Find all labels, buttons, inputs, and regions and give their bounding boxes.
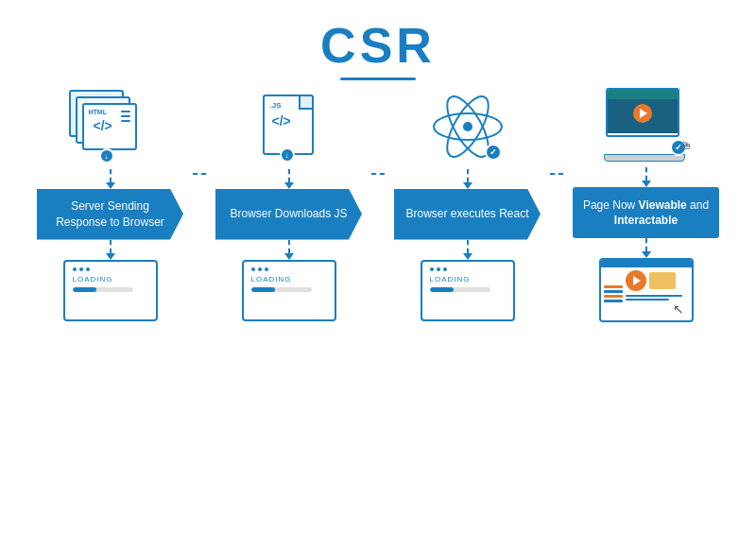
step4-arrow-down xyxy=(642,167,651,187)
dot2 xyxy=(79,267,83,271)
step1-screen: LOADING xyxy=(63,260,158,321)
dot1 xyxy=(73,267,77,271)
dot1 xyxy=(430,267,434,271)
dot2 xyxy=(258,267,262,271)
dot1 xyxy=(251,267,255,271)
step1-box: Server Sending Response to Browser xyxy=(37,189,183,240)
step4-sidebar xyxy=(604,270,623,318)
step1-load-bar xyxy=(73,287,97,292)
step3-screen: LOADING xyxy=(421,260,515,321)
step4-box: Page Now Viewable and Interactable xyxy=(573,187,719,238)
step-2: .JS </> ↓ Browser Downloads JS xyxy=(206,84,371,321)
dot3 xyxy=(86,267,90,271)
step2-load-bar-bg xyxy=(251,287,312,292)
step4-icon: ✓ 🖱 xyxy=(594,82,698,167)
connector1 xyxy=(193,173,206,232)
cursor-icon: ↖ xyxy=(673,301,684,317)
sidebar-line-1 xyxy=(604,285,623,288)
step2-arrow-down2 xyxy=(284,240,294,260)
dot3 xyxy=(443,267,447,271)
svg-point-3 xyxy=(463,122,472,131)
step1-loading-text: LOADING xyxy=(73,275,148,284)
step-1: HTML </> ↓ Server Sending Response to Br… xyxy=(27,84,193,321)
connector3 xyxy=(550,173,563,232)
title-section: CSR xyxy=(320,17,436,80)
dot3 xyxy=(265,267,268,271)
step1-screen-topbar xyxy=(73,267,148,271)
dot2 xyxy=(437,267,440,271)
step4-text-lines xyxy=(626,295,689,301)
step4-arrow-down2 xyxy=(642,238,651,258)
step4-screen: ↖ xyxy=(599,258,694,322)
step2-screen: LOADING xyxy=(242,260,336,321)
text-line-1 xyxy=(626,295,682,297)
step1-icon: HTML </> ↓ xyxy=(59,84,163,169)
step2-load-bar xyxy=(251,287,276,292)
title-underline xyxy=(340,77,416,80)
step4-screen-topbar xyxy=(601,260,692,267)
step3-icon: ✓ xyxy=(416,84,520,169)
step3-arrow-down xyxy=(463,169,472,189)
step3-screen-topbar xyxy=(430,267,506,271)
step1-arrow-down2 xyxy=(106,240,115,260)
connector2 xyxy=(371,173,385,232)
step1-load-bar-bg xyxy=(73,287,133,292)
step4-image-placeholder xyxy=(649,272,676,289)
step2-screen-topbar xyxy=(251,267,327,271)
step2-arrow-down xyxy=(284,169,294,189)
step2-icon: .JS </> ↓ xyxy=(237,84,341,169)
play-triangle xyxy=(633,276,641,285)
step3-load-bar-bg xyxy=(430,287,490,292)
sidebar-line-4 xyxy=(604,300,623,302)
page-title: CSR xyxy=(320,17,436,74)
step-3: ✓ Browser executes React LOADING xyxy=(385,84,550,321)
step2-loading-text: LOADING xyxy=(251,275,327,284)
step3-box: Browser executes React xyxy=(394,189,541,240)
step3-loading-text: LOADING xyxy=(430,275,506,284)
step4-play-area xyxy=(626,270,689,291)
flow-diagram: HTML </> ↓ Server Sending Response to Br… xyxy=(9,82,747,322)
step2-box: Browser Downloads JS xyxy=(215,189,362,240)
step1-arrow-down xyxy=(106,169,115,189)
step3-load-bar xyxy=(430,287,455,292)
play-button-icon xyxy=(626,270,646,291)
text-line-2 xyxy=(626,299,670,301)
step-4: ✓ 🖱 Page Now Viewable and Interactable xyxy=(563,82,729,322)
sidebar-line-3 xyxy=(604,295,623,298)
step3-arrow-down2 xyxy=(463,240,472,260)
sidebar-line-2 xyxy=(604,290,623,293)
